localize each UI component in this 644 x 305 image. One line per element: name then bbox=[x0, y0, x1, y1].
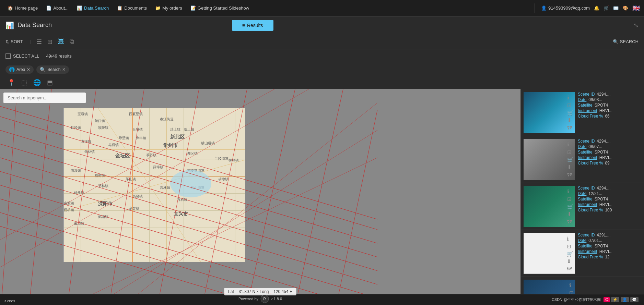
csdn-icons: C ⚡ 👤 💬 bbox=[604, 297, 639, 302]
instrument-label-4[interactable]: Instrument bbox=[578, 249, 597, 254]
instrument-label-3[interactable]: Instrument bbox=[578, 202, 597, 207]
settings-icon: 🎨 bbox=[623, 5, 628, 11]
location-tool[interactable]: 📍 bbox=[5, 77, 17, 88]
search-button[interactable]: 🔍 SEARCH bbox=[613, 39, 639, 44]
scene-id-label-2[interactable]: Scene ID bbox=[578, 139, 595, 144]
date-label-4[interactable]: Date bbox=[578, 238, 586, 243]
map-icon-4[interactable]: 🗺 bbox=[567, 266, 573, 272]
result-thumbnail-4[interactable]: ℹ ⊡ 🛒 ⬇ 🗺 bbox=[524, 233, 575, 274]
nav-data-search[interactable]: 📊 Data Search bbox=[73, 3, 112, 13]
expand-button[interactable]: ⤡ bbox=[633, 22, 639, 29]
coords-text: Lat = 31.807 N x Long = 120.454 E bbox=[228, 289, 292, 294]
cloud-free-value-3: 100 bbox=[605, 208, 612, 212]
download-icon-4[interactable]: ⬇ bbox=[567, 258, 573, 265]
nav-documents[interactable]: 📋 Documents bbox=[114, 3, 150, 13]
instrument-label-2[interactable]: Instrument bbox=[578, 155, 597, 160]
filter-chips-bar: 🌐 Area ✕ 🔍 Search ✕ bbox=[0, 63, 644, 76]
area-filter-chip[interactable]: 🌐 Area ✕ bbox=[5, 65, 34, 74]
result-item: ℹ ⊡ 🛒 ⬇ 🗺 Scene ID4294.... Date12/21... … bbox=[521, 183, 644, 230]
sort-button[interactable]: ⇅ SORT bbox=[5, 39, 23, 44]
gallery-view-button[interactable]: 🖼 bbox=[57, 37, 66, 47]
csdn-icon-2[interactable]: ⚡ bbox=[611, 297, 619, 302]
satellite-label-1[interactable]: Satellite bbox=[578, 103, 593, 108]
mail-btn[interactable]: ✉️ bbox=[613, 5, 619, 11]
selection-tool[interactable]: ⬚ bbox=[19, 77, 29, 88]
cart-icon-2[interactable]: 🛒 bbox=[567, 157, 574, 163]
download-icon-1[interactable]: ⬇ bbox=[567, 117, 574, 123]
nav-getting-started[interactable]: 📝 Getting Started Slideshow bbox=[187, 3, 253, 13]
info-icon-5[interactable]: ℹ bbox=[569, 282, 574, 289]
result-thumbnail-1[interactable]: ℹ ⊡ 🛒 ⬇ 🗺 bbox=[524, 92, 575, 133]
toponym-search-area bbox=[3, 93, 517, 103]
cloud-free-label-4[interactable]: Cloud Free % bbox=[578, 255, 603, 259]
cnes-icon: ✦ bbox=[3, 299, 6, 303]
nav-home-label: Home page bbox=[15, 5, 38, 11]
date-value-4: 07/01... bbox=[588, 238, 602, 243]
satellite-value-4: SPOT4 bbox=[595, 244, 608, 248]
checkbox-icon bbox=[5, 53, 11, 59]
date-label-3[interactable]: Date bbox=[578, 191, 586, 196]
nav-home[interactable]: 🏠 Home page bbox=[4, 3, 41, 13]
instrument-value-4: HRVI... bbox=[599, 249, 612, 254]
draw-tool[interactable]: ⬒ bbox=[45, 77, 55, 88]
result-thumbnail-3[interactable]: ℹ ⊡ 🛒 ⬇ 🗺 bbox=[524, 186, 575, 227]
info-icon-2[interactable]: ℹ bbox=[567, 142, 574, 148]
date-value-3: 12/21... bbox=[588, 191, 602, 196]
cart-icon-3[interactable]: 🛒 bbox=[567, 204, 574, 210]
map-area[interactable]: 宝堰镇 陵口镇 西夏墅镇 春江街道 延陵镇 项陵镇 吕城镇 瑞士镇 导壁镇 奔牛… bbox=[0, 89, 520, 305]
info-icon-1[interactable]: ℹ bbox=[567, 95, 574, 101]
language-btn[interactable]: 🇬🇧 bbox=[632, 4, 640, 12]
preview-icon-2[interactable]: ⊡ bbox=[567, 149, 574, 155]
notifications-btn[interactable]: 🔔 bbox=[594, 5, 599, 11]
download-icon-3[interactable]: ⬇ bbox=[567, 211, 574, 217]
map-icon-1[interactable]: 🗺 bbox=[567, 125, 574, 131]
map-icon-2[interactable]: 🗺 bbox=[567, 172, 574, 178]
powered-by-text: Powered by bbox=[238, 297, 258, 301]
preview-icon-1[interactable]: ⊡ bbox=[567, 102, 574, 108]
cloud-free-label-3[interactable]: Cloud Free % bbox=[578, 208, 603, 212]
preview-icon-3[interactable]: ⊡ bbox=[567, 196, 574, 202]
results-button[interactable]: ≡ Results bbox=[232, 20, 273, 31]
scene-id-label-3[interactable]: Scene ID bbox=[578, 186, 595, 191]
scene-id-label-1[interactable]: Scene ID bbox=[578, 92, 595, 97]
view-toolbar: ⇅ SORT | ☰ ⊞ 🖼 ⧉ 🔍 SEARCH bbox=[0, 34, 644, 49]
preview-icon-4[interactable]: ⊡ bbox=[567, 243, 573, 249]
date-label-2[interactable]: Date bbox=[578, 144, 586, 149]
nav-about[interactable]: 📄 About... bbox=[43, 3, 72, 13]
satellite-label-3[interactable]: Satellite bbox=[578, 197, 593, 202]
search-chip-close[interactable]: ✕ bbox=[62, 67, 66, 72]
satellite-label-2[interactable]: Satellite bbox=[578, 150, 593, 155]
grid-view-button[interactable]: ⊞ bbox=[46, 37, 54, 47]
split-view-button[interactable]: ⧉ bbox=[68, 37, 75, 47]
map-icon-3[interactable]: 🗺 bbox=[567, 219, 574, 224]
result-thumbnail-2[interactable]: ℹ ⊡ 🛒 ⬇ 🗺 bbox=[524, 139, 575, 180]
area-chip-close[interactable]: ✕ bbox=[27, 67, 30, 72]
toponym-input[interactable] bbox=[3, 93, 86, 103]
info-icon-3[interactable]: ℹ bbox=[567, 188, 574, 195]
download-icon-2[interactable]: ⬇ bbox=[567, 164, 574, 170]
csdn-icon-4[interactable]: 💬 bbox=[630, 297, 639, 302]
info-icon-4[interactable]: ℹ bbox=[567, 236, 573, 242]
svg-line-5 bbox=[64, 160, 245, 211]
csdn-red-icon[interactable]: C bbox=[604, 297, 610, 302]
satellite-label-4[interactable]: Satellite bbox=[578, 244, 593, 248]
cart-icon-1[interactable]: 🛒 bbox=[567, 110, 574, 116]
select-all-checkbox[interactable]: SELECT ALL bbox=[5, 53, 39, 59]
result-meta-3: Scene ID4294.... Date12/21... SatelliteS… bbox=[578, 186, 641, 227]
cart-icon-4[interactable]: 🛒 bbox=[567, 251, 573, 257]
nav-my-orders[interactable]: 📁 My orders bbox=[152, 3, 186, 13]
instrument-label-1[interactable]: Instrument bbox=[578, 108, 597, 113]
globe-tool[interactable]: 🌐 bbox=[31, 77, 43, 88]
csdn-icon-3[interactable]: 👤 bbox=[621, 297, 629, 302]
cart-btn[interactable]: 🛒 bbox=[604, 5, 609, 11]
mail-icon: ✉️ bbox=[613, 5, 619, 11]
list-view-button[interactable]: ☰ bbox=[35, 37, 43, 47]
settings-btn[interactable]: 🎨 bbox=[623, 5, 628, 11]
filter-bar: SELECT ALL 49/49 results bbox=[0, 49, 644, 63]
date-label-1[interactable]: Date bbox=[578, 97, 586, 102]
user-profile[interactable]: 👤 914593909@qq.com bbox=[541, 5, 590, 11]
cloud-free-label-2[interactable]: Cloud Free % bbox=[578, 161, 603, 166]
search-filter-chip[interactable]: 🔍 Search ✕ bbox=[36, 65, 69, 74]
scene-id-label-4[interactable]: Scene ID bbox=[578, 233, 595, 237]
cloud-free-label-1[interactable]: Cloud Free % bbox=[578, 114, 603, 119]
